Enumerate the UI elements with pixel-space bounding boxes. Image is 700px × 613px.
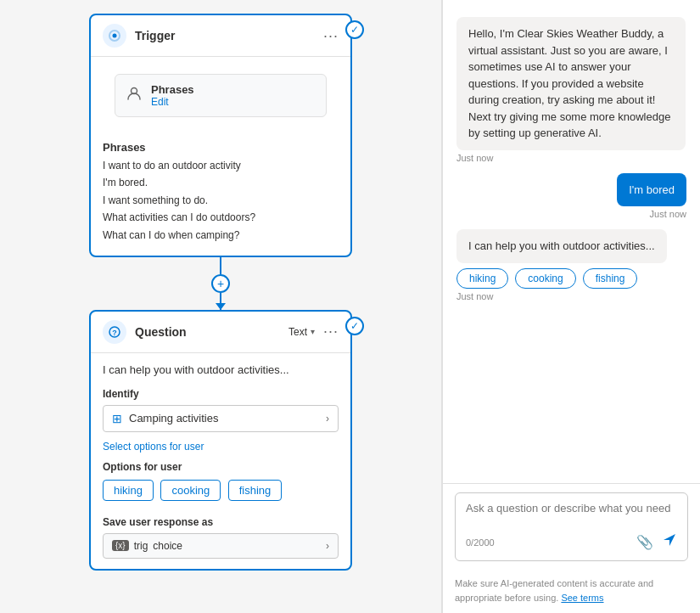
phrases-inner-box: Phrases Edit [115, 74, 327, 117]
chat-option-chips: hiking cooking fishing [456, 268, 637, 289]
identify-dropdown-left: ⊞ Camping activities [112, 412, 219, 425]
add-step-button[interactable]: + [211, 274, 230, 293]
trigger-check-badge: ✓ [345, 20, 364, 39]
trigger-header-left: Trigger [103, 24, 175, 48]
phrases-inner-title: Phrases [151, 83, 194, 96]
user-message-group-1: I'm bored Just now [456, 173, 686, 220]
identify-value: Camping activities [129, 412, 219, 425]
disclaimer-text: Make sure AI-generated content is accura… [455, 578, 653, 603]
timestamp-2: Just now [650, 209, 686, 219]
question-header-left: ? Question [103, 320, 187, 344]
question-card: ? Question Text ▾ ··· I can help [89, 310, 352, 571]
bot-message-group-2: I can help you with outdoor activities..… [456, 229, 686, 301]
connector-line-top [220, 257, 221, 274]
options-label: Options for user [103, 461, 339, 473]
question-check-badge: ✓ [345, 317, 364, 335]
attachment-button[interactable]: 📎 [636, 532, 653, 552]
chat-input-field[interactable] [466, 502, 677, 527]
chat-input-box: 0/2000 📎 [455, 492, 688, 561]
right-chat-panel: Hello, I'm Clear Skies Weather Buddy, a … [443, 0, 700, 613]
question-title: Question [135, 325, 187, 339]
question-card-wrapper: ? Question Text ▾ ··· I can help [89, 310, 352, 571]
identify-chevron-icon: › [326, 413, 329, 425]
user-bubble-1: I'm bored [617, 173, 686, 207]
question-type-label: Text [288, 326, 307, 338]
identify-dropdown[interactable]: ⊞ Camping activities › [103, 405, 339, 432]
trigger-title: Trigger [135, 29, 175, 42]
question-text: I can help you with outdoor activities..… [103, 363, 339, 376]
phrase-item-1: I want to do an outdoor activity [103, 157, 339, 174]
phrases-content: Phrases I want to do an outdoor activity… [91, 134, 350, 256]
phrases-label: Phrases [103, 141, 339, 154]
phrase-item-3: I want something to do. [103, 192, 339, 209]
option-tag-fishing[interactable]: fishing [228, 480, 283, 501]
save-response-field[interactable]: {x} trig choice › [103, 533, 339, 559]
trigger-card: Trigger ··· [89, 14, 352, 257]
phrases-inner-right: Phrases Edit [151, 83, 194, 108]
chat-chip-cooking[interactable]: cooking [515, 268, 575, 289]
phrases-inner-person-icon [126, 85, 143, 106]
chat-disclaimer: Make sure AI-generated content is accura… [443, 570, 700, 613]
chat-chip-fishing[interactable]: fishing [583, 268, 638, 289]
chat-area: Hello, I'm Clear Skies Weather Buddy, a … [443, 0, 700, 483]
save-response-chevron-icon: › [326, 540, 329, 552]
trigger-menu-dots[interactable]: ··· [323, 27, 339, 45]
connector-arrow [220, 293, 221, 310]
chat-input-area: 0/2000 📎 [443, 483, 700, 570]
disclaimer-link[interactable]: See terms [561, 593, 603, 603]
chat-input-icons: 📎 [636, 532, 677, 552]
var-prefix: trig [134, 540, 148, 552]
trigger-card-wrapper: Trigger ··· [89, 14, 352, 257]
timestamp-3: Just now [456, 291, 493, 301]
question-type-dropdown[interactable]: Text ▾ [288, 326, 315, 338]
svg-text:?: ? [112, 329, 117, 337]
question-type-chevron-icon: ▾ [311, 327, 315, 336]
chat-chip-hiking[interactable]: hiking [456, 268, 508, 289]
bot-bubble-2: I can help you with outdoor activities..… [456, 229, 667, 263]
char-count: 0/2000 [466, 537, 495, 548]
var-value: choice [153, 540, 182, 552]
identify-label: Identify [103, 388, 339, 400]
var-badge: {x} [112, 540, 129, 551]
phrases-list: I want to do an outdoor activity I'm bor… [103, 157, 339, 244]
option-tag-hiking[interactable]: hiking [103, 480, 154, 501]
chat-input-bottom: 0/2000 📎 [466, 532, 677, 552]
phrases-edit-link[interactable]: Edit [151, 96, 194, 108]
bot-bubble-1: Hello, I'm Clear Skies Weather Buddy, a … [456, 17, 686, 150]
question-menu-dots[interactable]: ··· [323, 323, 339, 340]
option-tag-cooking[interactable]: cooking [160, 480, 221, 501]
left-panel: Trigger ··· [0, 0, 441, 613]
question-icon: ? [103, 320, 126, 344]
question-header: ? Question Text ▾ ··· [91, 312, 350, 353]
bot-message-group-1: Hello, I'm Clear Skies Weather Buddy, a … [456, 17, 686, 163]
select-options-link[interactable]: Select options for user [103, 441, 339, 453]
phrase-item-4: What activities can I do outdoors? [103, 209, 339, 226]
phrase-item-2: I'm bored. [103, 174, 339, 191]
connector-top: + [89, 257, 352, 310]
question-body: I can help you with outdoor activities..… [91, 353, 350, 569]
send-button[interactable] [662, 532, 677, 552]
save-response-label: Save user response as [103, 516, 339, 528]
trigger-card-header: Trigger ··· [91, 15, 350, 57]
timestamp-1: Just now [456, 153, 493, 163]
save-response-left: {x} trig choice [112, 540, 182, 552]
table-icon: ⊞ [112, 412, 122, 425]
svg-point-0 [113, 34, 117, 38]
option-tags-container: hiking cooking fishing [103, 480, 339, 508]
phrase-item-5: What can I do when camping? [103, 227, 339, 244]
trigger-icon [103, 24, 126, 48]
